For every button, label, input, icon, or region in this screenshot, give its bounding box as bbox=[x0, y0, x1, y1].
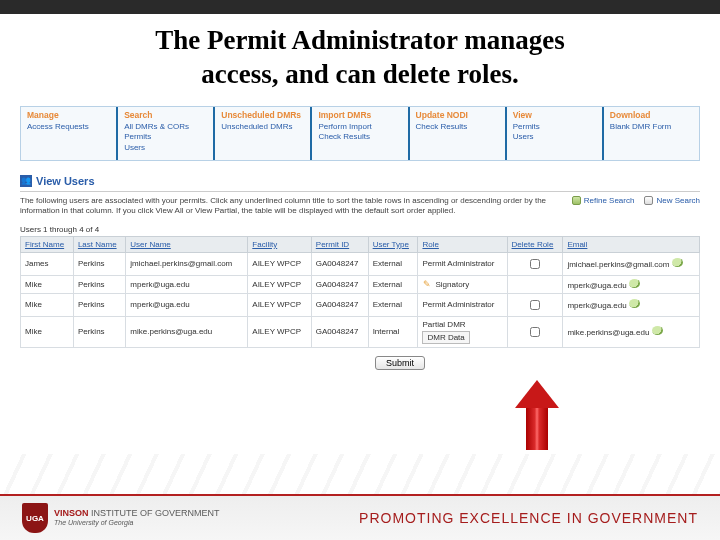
help-text: The following users are associated with … bbox=[20, 196, 564, 217]
footer-tagline: PROMOTING EXCELLENCE IN GOVERNMENT bbox=[359, 510, 698, 526]
delete-role-checkbox[interactable] bbox=[530, 259, 540, 269]
table-cell: mperk@uga.edu bbox=[126, 275, 248, 293]
result-count: Users 1 through 4 of 4 bbox=[20, 225, 700, 234]
role-label: Permit Administrator bbox=[422, 259, 494, 268]
email-text: jmichael.perkins@gmail.com bbox=[567, 260, 671, 269]
callout-arrow bbox=[515, 380, 559, 450]
delete-role-cell bbox=[507, 252, 563, 275]
role-cell: ✎Signatory bbox=[418, 275, 507, 293]
table-row: MikePerkinsmike.perkins@uga.eduAILEY WPC… bbox=[21, 316, 700, 347]
nav-link[interactable]: Check Results bbox=[318, 132, 401, 143]
nav-link[interactable]: Users bbox=[513, 132, 596, 143]
new-search-link[interactable]: New Search bbox=[644, 196, 700, 205]
nav-column: ViewPermitsUsers bbox=[507, 107, 604, 160]
table-cell: External bbox=[368, 293, 418, 316]
table-column-header[interactable]: User Name bbox=[126, 236, 248, 252]
delete-role-checkbox[interactable] bbox=[530, 300, 540, 310]
table-column-header[interactable]: Permit ID bbox=[311, 236, 368, 252]
submit-button[interactable]: Submit bbox=[375, 356, 425, 370]
table-cell: Internal bbox=[368, 316, 418, 347]
nav-link[interactable]: All DMRs & CORs bbox=[124, 122, 207, 133]
table-column-header[interactable]: First Name bbox=[21, 236, 74, 252]
table-column-header[interactable]: Email bbox=[563, 236, 700, 252]
new-search-label: New Search bbox=[656, 196, 700, 205]
table-cell: Perkins bbox=[73, 252, 125, 275]
refine-icon bbox=[572, 196, 581, 205]
table-row: MikePerkinsmperk@uga.eduAILEY WPCPGA0048… bbox=[21, 293, 700, 316]
email-cell: mperk@uga.edu bbox=[563, 293, 700, 316]
delete-role-cell bbox=[507, 316, 563, 347]
table-cell: mperk@uga.edu bbox=[126, 293, 248, 316]
help-row: The following users are associated with … bbox=[20, 191, 700, 221]
nav-column: Update NODICheck Results bbox=[410, 107, 507, 160]
table-cell: Mike bbox=[21, 275, 74, 293]
nav-link[interactable]: Check Results bbox=[416, 122, 499, 133]
nav-link[interactable]: Unscheduled DMRs bbox=[221, 122, 304, 133]
nav-column-title: Update NODI bbox=[416, 110, 499, 120]
nav-column-title: View bbox=[513, 110, 596, 120]
pencil-icon[interactable]: ✎ bbox=[422, 279, 432, 289]
table-column-header[interactable]: Facility bbox=[248, 236, 312, 252]
table-row: MikePerkinsmperk@uga.eduAILEY WPCPGA0048… bbox=[21, 275, 700, 293]
refine-search-label: Refine Search bbox=[584, 196, 635, 205]
app-screenshot: ManageAccess RequestsSearchAll DMRs & CO… bbox=[20, 106, 700, 370]
role-label: Partial DMR bbox=[422, 320, 465, 329]
nav-column: Import DMRsPerform ImportCheck Results bbox=[312, 107, 409, 160]
table-cell: Mike bbox=[21, 316, 74, 347]
nav-link[interactable]: Access Requests bbox=[27, 122, 110, 133]
nav-link[interactable]: Permits bbox=[124, 132, 207, 143]
email-user-icon[interactable] bbox=[629, 279, 640, 288]
section-header: 👥 View Users bbox=[20, 175, 700, 187]
table-header-row: First NameLast NameUser NameFacilityPerm… bbox=[21, 236, 700, 252]
nav-link[interactable]: Blank DMR Form bbox=[610, 122, 693, 133]
logo-text: VINSON INSTITUTE OF GOVERNMENT The Unive… bbox=[54, 509, 220, 528]
nav-column: Unscheduled DMRsUnscheduled DMRs bbox=[215, 107, 312, 160]
role-extra-badge: DMR Data bbox=[422, 331, 469, 344]
arrow-shaft bbox=[526, 408, 548, 450]
email-user-icon[interactable] bbox=[652, 326, 663, 335]
role-cell: Permit Administrator bbox=[418, 252, 507, 275]
logo-line1: VINSON bbox=[54, 508, 89, 518]
slide-title-line2: access, and can delete roles. bbox=[0, 58, 720, 92]
table-cell: GA0048247 bbox=[311, 293, 368, 316]
table-column-header[interactable]: Role bbox=[418, 236, 507, 252]
table-column-header[interactable]: Delete Role bbox=[507, 236, 563, 252]
table-cell: Perkins bbox=[73, 275, 125, 293]
table-cell: GA0048247 bbox=[311, 316, 368, 347]
title-bar bbox=[0, 0, 720, 14]
role-label: Signatory bbox=[435, 280, 469, 289]
table-column-header[interactable]: User Type bbox=[368, 236, 418, 252]
email-user-icon[interactable] bbox=[629, 299, 640, 308]
users-table: First NameLast NameUser NameFacilityPerm… bbox=[20, 236, 700, 348]
role-label: Permit Administrator bbox=[422, 300, 494, 309]
table-cell: AILEY WPCP bbox=[248, 316, 312, 347]
email-text: mike.perkins@uga.edu bbox=[567, 328, 651, 337]
table-cell: AILEY WPCP bbox=[248, 275, 312, 293]
email-text: mperk@uga.edu bbox=[567, 281, 629, 290]
table-cell: Perkins bbox=[73, 316, 125, 347]
table-cell: James bbox=[21, 252, 74, 275]
table-row: JamesPerkinsjmichael.perkins@gmail.comAI… bbox=[21, 252, 700, 275]
logo-line2: INSTITUTE OF GOVERNMENT bbox=[91, 508, 220, 518]
nav-link[interactable]: Users bbox=[124, 143, 207, 154]
table-column-header[interactable]: Last Name bbox=[73, 236, 125, 252]
nav-column-title: Download bbox=[610, 110, 693, 120]
table-cell: External bbox=[368, 275, 418, 293]
email-user-icon[interactable] bbox=[672, 258, 683, 267]
table-body: JamesPerkinsjmichael.perkins@gmail.comAI… bbox=[21, 252, 700, 347]
delete-role-checkbox[interactable] bbox=[530, 327, 540, 337]
refine-search-link[interactable]: Refine Search bbox=[572, 196, 635, 205]
nav-column-title: Search bbox=[124, 110, 207, 120]
table-cell: mike.perkins@uga.edu bbox=[126, 316, 248, 347]
email-text: mperk@uga.edu bbox=[567, 301, 629, 310]
help-links: Refine Search New Search bbox=[564, 196, 700, 205]
table-cell: GA0048247 bbox=[311, 275, 368, 293]
section-title: View Users bbox=[36, 175, 95, 187]
logo-line3: The University of Georgia bbox=[54, 519, 133, 526]
new-search-icon bbox=[644, 196, 653, 205]
nav-link[interactable]: Permits bbox=[513, 122, 596, 133]
nav-column: SearchAll DMRs & CORsPermitsUsers bbox=[118, 107, 215, 160]
nav-link[interactable]: Perform Import bbox=[318, 122, 401, 133]
nav-column-title: Manage bbox=[27, 110, 110, 120]
nav-column: ManageAccess Requests bbox=[21, 107, 118, 160]
